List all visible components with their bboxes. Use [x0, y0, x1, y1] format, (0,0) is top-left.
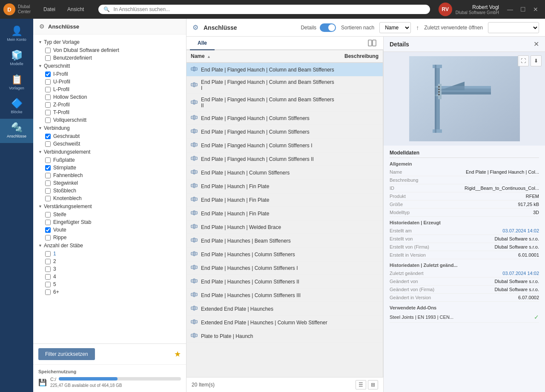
table-row[interactable]: End Plate | Haunch | Welded Brace: [186, 220, 383, 234]
tree-item-geschweisst[interactable]: Geschweißt: [33, 140, 186, 148]
tree-item-benutzerdefiniert[interactable]: Benutzerdefiniert: [33, 54, 186, 62]
checkbox-stab-3[interactable]: [45, 266, 51, 272]
tree-item-stab-3[interactable]: 3: [33, 265, 186, 273]
sidebar-item-modelle[interactable]: 🧊 Modelle: [0, 46, 33, 71]
table-row[interactable]: End Plate | Haunch | Fin Plate: [186, 180, 383, 193]
list-view-button[interactable]: ☰: [356, 380, 366, 389]
tree-group-header-anzahl-stabe[interactable]: ▼ Anzahl der Stäbe: [33, 241, 186, 250]
checkbox-fussplatte[interactable]: [45, 157, 51, 163]
col-header-name[interactable]: Name ▲: [186, 50, 340, 63]
checkbox-i-profil[interactable]: [45, 72, 51, 77]
table-row[interactable]: Extended End Plate | Haunches | Column W…: [186, 316, 383, 329]
tree-group-header-typ-vorlage[interactable]: ▼ Typ der Vorlage: [33, 38, 186, 46]
checkbox-eingefugter-stab[interactable]: [45, 220, 51, 225]
tree-item-l-profil[interactable]: L-Profil: [33, 86, 186, 93]
tree-item-vollquerschnitt[interactable]: Vollquerschnitt: [33, 116, 186, 124]
grid-view-button[interactable]: ⊞: [368, 380, 378, 389]
table-row[interactable]: End Plate | Haunches | Column Stiffeners…: [186, 289, 383, 302]
table-row[interactable]: End Plate | Haunches | Beam Stiffeners: [186, 234, 383, 248]
table-row[interactable]: Plate to Plate | Haunch: [186, 329, 383, 343]
preview-expand-button[interactable]: ⛶: [518, 55, 529, 66]
checkbox-stab-5[interactable]: [45, 282, 51, 287]
table-row[interactable]: End Plate | Flanged Haunch | Column and …: [186, 94, 383, 112]
tree-group-header-querschnitt[interactable]: ▼ Querschnitt: [33, 62, 186, 70]
checkbox-stab-2[interactable]: [45, 259, 51, 264]
checkbox-stirnplatte[interactable]: [45, 165, 51, 171]
checkbox-knotenblech[interactable]: [45, 196, 51, 201]
checkbox-l-profil[interactable]: [45, 87, 51, 92]
menu-ansicht[interactable]: Ansicht: [61, 0, 90, 19]
tree-item-stab-1[interactable]: 1: [33, 250, 186, 258]
table-row[interactable]: End Plate | Flanged Haunch | Column and …: [186, 63, 383, 77]
table-row[interactable]: End Plate | Flanged Haunch | Column Stif…: [186, 152, 383, 166]
tree-item-fahnenblech[interactable]: Fahnenblech: [33, 172, 186, 179]
tree-item-stossblech[interactable]: Stoßblech: [33, 187, 186, 195]
tree-item-u-profil[interactable]: U-Profil: [33, 78, 186, 86]
tree-item-z-profil[interactable]: Z-Profil: [33, 101, 186, 109]
table-row[interactable]: End Plate | Haunches | Column Stiffeners…: [186, 275, 383, 289]
checkbox-vollquerschnitt[interactable]: [45, 117, 51, 123]
tree-item-steife[interactable]: Steife: [33, 211, 186, 218]
checkbox-benutzerdefiniert[interactable]: [45, 55, 51, 61]
checkbox-fahnenblech[interactable]: [45, 173, 51, 178]
sidebar-item-vorlagen[interactable]: 📋 Vorlagen: [0, 71, 33, 95]
close-button[interactable]: ✕: [530, 3, 542, 15]
tree-item-geschraubt[interactable]: Geschraubt: [33, 132, 186, 140]
menu-datei[interactable]: Datei: [37, 0, 61, 19]
tree-item-voute[interactable]: Voute: [33, 226, 186, 234]
checkbox-stab-1[interactable]: [45, 251, 51, 257]
table-row[interactable]: End Plate | Haunch | Fin Plate: [186, 207, 383, 220]
sidebar-item-bloecke[interactable]: 🔷 Blöcke: [0, 94, 33, 119]
checkbox-stossblech[interactable]: [45, 188, 51, 194]
table-row[interactable]: End Plate | Haunch | Column Stiffeners: [186, 166, 383, 180]
checkbox-z-profil[interactable]: [45, 102, 51, 108]
tree-item-stab-5[interactable]: 5: [33, 280, 186, 288]
open-select[interactable]: [488, 22, 539, 33]
checkbox-t-profil[interactable]: [45, 110, 51, 115]
tree-item-t-profil[interactable]: T-Profil: [33, 109, 186, 116]
search-input[interactable]: [113, 6, 425, 12]
tree-group-header-verbindungselement[interactable]: ▼ Verbindungselement: [33, 148, 186, 156]
sort-select[interactable]: Name Datum Größe: [379, 22, 411, 33]
checkbox-rippe[interactable]: [45, 235, 51, 240]
minimize-button[interactable]: —: [504, 3, 516, 15]
checkbox-geschraubt[interactable]: [45, 134, 51, 139]
tree-group-header-verstarkungselement[interactable]: ▼ Verstärkungselement: [33, 202, 186, 211]
favorite-star-icon[interactable]: ★: [174, 349, 181, 359]
filter-reset-button[interactable]: Filter zurücksetzen: [38, 348, 95, 360]
table-row[interactable]: End Plate | Haunches | Column Stiffeners…: [186, 261, 383, 275]
table-row[interactable]: End Plate | Flanged Haunch | Column and …: [186, 77, 383, 94]
preview-download-button[interactable]: ⬇: [531, 55, 542, 66]
tree-item-i-profil[interactable]: I-Profil: [33, 70, 186, 78]
tree-item-knotenblech[interactable]: Knotenblech: [33, 195, 186, 202]
sort-arrow-icon[interactable]: ↑: [416, 24, 419, 31]
tree-item-stab-2[interactable]: 2: [33, 258, 186, 265]
tree-item-stab-4[interactable]: 4: [33, 273, 186, 280]
sidebar-item-mein-konto[interactable]: 👤 Mein Konto: [0, 22, 33, 46]
checkbox-stab-4[interactable]: [45, 274, 51, 280]
checkbox-steife[interactable]: [45, 212, 51, 217]
checkbox-u-profil[interactable]: [45, 79, 51, 85]
details-close-button[interactable]: ✕: [534, 40, 539, 48]
view-columns-icon[interactable]: [364, 37, 380, 49]
sidebar-item-anschluesse[interactable]: 🔩 Anschlüsse: [0, 119, 33, 143]
table-row[interactable]: End Plate | Haunches | Column Stiffeners: [186, 248, 383, 261]
table-row[interactable]: End Plate | Flanged Haunch | Column Stif…: [186, 125, 383, 139]
checkbox-stegwinkel[interactable]: [45, 180, 51, 186]
checkbox-geschweisst[interactable]: [45, 141, 51, 147]
table-row[interactable]: Extended End Plate | Haunches: [186, 302, 383, 316]
table-row[interactable]: End Plate | Haunch | Fin Plate: [186, 193, 383, 207]
tree-item-stab-6plus[interactable]: 6+: [33, 288, 186, 296]
tree-item-stegwinkel[interactable]: Stegwinkel: [33, 179, 186, 187]
checkbox-von-dlubal[interactable]: [45, 48, 51, 53]
col-header-beschreibung[interactable]: Beschreibung: [340, 50, 383, 63]
tree-item-stirnplatte[interactable]: Stirnplatte: [33, 164, 186, 172]
checkbox-voute[interactable]: [45, 227, 51, 233]
maximize-button[interactable]: ☐: [517, 3, 529, 15]
tree-item-eingefugter-stab[interactable]: Eingefügter Stab: [33, 218, 186, 226]
tree-item-fussplatte[interactable]: Fußplatte: [33, 156, 186, 164]
tree-item-rippe[interactable]: Rippe: [33, 234, 186, 241]
tab-alle[interactable]: Alle: [190, 37, 215, 50]
table-row[interactable]: End Plate | Flanged Haunch | Column Stif…: [186, 112, 383, 125]
table-row[interactable]: End Plate | Flanged Haunch | Column Stif…: [186, 139, 383, 152]
